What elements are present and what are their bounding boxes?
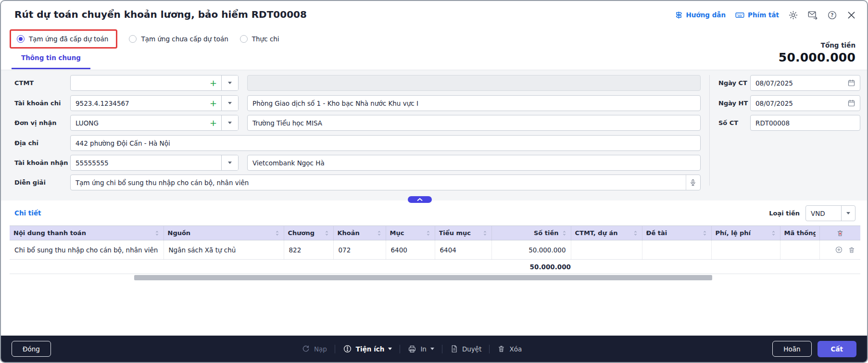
signpost-icon <box>674 11 683 20</box>
add-unit-icon[interactable]: + <box>210 119 217 127</box>
cell-ma-thong-ke[interactable] <box>780 240 819 260</box>
grand-total: Tổng tiền 50.000.000 <box>779 41 855 64</box>
guide-link[interactable]: Hướng dẫn <box>674 11 726 20</box>
trash-icon <box>497 345 505 353</box>
don-vi-nhan-description-input[interactable] <box>248 115 700 130</box>
col-khoan[interactable]: Khoản <box>333 226 386 240</box>
cell-khoan[interactable]: 072 <box>333 240 386 260</box>
calendar-icon[interactable] <box>845 79 860 87</box>
detail-title-link[interactable]: Chi tiết <box>14 209 41 217</box>
separator <box>442 345 442 353</box>
ctmt-code-input[interactable] <box>71 75 221 90</box>
cell-chuong[interactable]: 822 <box>284 240 333 260</box>
save-button[interactable]: Cất <box>818 341 856 357</box>
caret-down-icon <box>430 348 434 350</box>
so-ct-input[interactable] <box>751 115 860 130</box>
grand-total-amount: 50.000.000 <box>779 50 855 64</box>
tai-khoan-nhan-field <box>70 155 239 171</box>
don-vi-nhan-dropdown-button[interactable] <box>221 115 238 130</box>
radio-tam-ung-da-cap[interactable]: Tạm ứng đã cấp dự toán <box>17 35 108 43</box>
cell-ctmt-du-an[interactable] <box>571 240 642 260</box>
col-muc[interactable]: Mục <box>386 226 435 240</box>
postpone-button[interactable]: Hoãn <box>772 341 811 357</box>
delete-button[interactable]: Xóa <box>497 345 522 353</box>
approve-button[interactable]: Duyệt <box>450 345 482 353</box>
close-button[interactable]: Đóng <box>12 341 51 357</box>
dia-chi-label: Địa chỉ <box>14 135 68 151</box>
chevron-up-icon <box>417 198 423 201</box>
mail-send-icon[interactable] <box>807 10 818 20</box>
tai-khoan-chi-label: Tài khoản chi <box>14 95 68 111</box>
don-vi-nhan-input[interactable] <box>71 115 221 130</box>
ngay-ht-input[interactable] <box>751 96 845 111</box>
grand-total-label: Tổng tiền <box>779 41 855 49</box>
dia-chi-input[interactable] <box>71 136 700 150</box>
shortcuts-link[interactable]: Phím tắt <box>735 10 779 20</box>
col-de-tai[interactable]: Đề tài <box>642 226 711 240</box>
gear-icon[interactable] <box>788 10 798 20</box>
radio-icon <box>240 35 248 43</box>
tab-thong-tin-chung[interactable]: Thông tin chung <box>12 54 90 69</box>
action-bar-right: Hoãn Cất <box>772 341 856 357</box>
delete-all-rows-icon[interactable] <box>824 229 857 237</box>
caret-down-icon <box>228 122 232 124</box>
col-ma-thong-ke[interactable]: Mã thống kê <box>780 226 819 240</box>
form-divider <box>709 75 710 186</box>
help-icon[interactable]: ? <box>827 10 837 20</box>
currency-select[interactable]: VND <box>805 205 855 221</box>
dien-giai-input[interactable] <box>71 175 686 190</box>
cell-de-tai[interactable] <box>642 240 711 260</box>
ctmt-description-field <box>247 75 701 91</box>
add-ctmt-icon[interactable]: + <box>210 79 217 88</box>
tai-khoan-nhan-label: Tài khoản nhận <box>14 155 68 171</box>
tai-khoan-chi-description-input[interactable] <box>248 96 700 111</box>
reload-button[interactable]: Nạp <box>302 345 327 353</box>
radio-thuc-chi[interactable]: Thực chi <box>240 35 279 43</box>
ngay-ct-input[interactable] <box>751 75 845 90</box>
so-ct-field <box>750 115 860 131</box>
action-bar-center: Nạp Tiện ích In Duyệt Xóa <box>51 344 772 353</box>
ctmt-dropdown-button[interactable] <box>221 75 238 90</box>
cell-noi-dung[interactable]: Chi bổ sung thu nhập cho cán bộ, nhân vi… <box>10 240 164 260</box>
tai-khoan-nhan-input[interactable] <box>71 155 221 170</box>
col-noi-dung[interactable]: Nội dung thanh toán <box>10 226 164 240</box>
add-row-icon[interactable] <box>835 246 843 254</box>
col-phi-le-phi[interactable]: Phí, lệ phí <box>711 226 780 240</box>
keyboard-icon <box>735 10 745 20</box>
col-nguon[interactable]: Nguồn <box>164 226 284 240</box>
table-total-amount: 50.000.000 <box>10 260 860 274</box>
dia-chi-field <box>70 135 701 151</box>
col-chuong[interactable]: Chương <box>284 226 333 240</box>
calendar-icon[interactable] <box>845 99 860 107</box>
ctmt-label: CTMT <box>14 75 68 91</box>
cell-phi-le-phi[interactable] <box>711 240 780 260</box>
separator <box>335 345 335 353</box>
utilities-button[interactable]: Tiện ích <box>343 344 392 353</box>
microphone-icon[interactable] <box>686 175 700 190</box>
cell-so-tien[interactable]: 50.000.000 <box>491 240 571 260</box>
col-ctmt-du-an[interactable]: CTMT, dự án <box>571 226 642 240</box>
title-bar: Rút dự toán chuyển khoản lương, bảo hiểm… <box>1 1 867 28</box>
collapse-panel-button[interactable] <box>408 196 432 203</box>
radio-icon <box>129 35 137 43</box>
col-so-tien[interactable]: Số tiền <box>491 226 571 240</box>
currency-group: Loại tiền VND <box>769 205 855 221</box>
delete-row-icon[interactable] <box>848 246 855 254</box>
print-button[interactable]: In <box>408 345 434 353</box>
close-icon[interactable] <box>846 10 856 20</box>
tai-khoan-nhan-description-input[interactable] <box>248 155 700 170</box>
col-tieu-muc[interactable]: Tiểu mục <box>435 226 491 240</box>
tai-khoan-nhan-dropdown-button[interactable] <box>221 155 238 170</box>
cell-muc[interactable]: 6400 <box>386 240 435 260</box>
tai-khoan-chi-dropdown-button[interactable] <box>221 96 238 111</box>
radio-tam-ung-chua-cap[interactable]: Tạm ứng chưa cấp dự toán <box>129 35 228 43</box>
cell-tieu-muc[interactable]: 6404 <box>435 240 491 260</box>
add-account-icon[interactable]: + <box>210 99 217 108</box>
tai-khoan-chi-input[interactable] <box>71 96 221 111</box>
ngay-ct-field <box>750 75 860 91</box>
horizontal-scrollbar[interactable] <box>134 275 712 280</box>
cell-nguon[interactable]: Ngân sách Xã tự chủ <box>164 240 284 260</box>
currency-dropdown-button[interactable] <box>841 206 855 221</box>
detail-section: Chi tiết Loại tiền VND Nội dung thanh to… <box>1 205 867 338</box>
ctmt-description-input <box>248 75 700 90</box>
